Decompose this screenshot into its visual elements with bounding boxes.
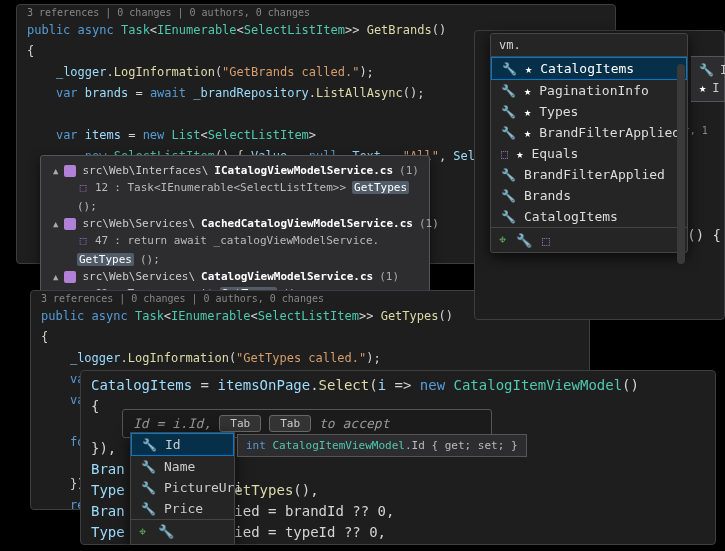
intellisense-item[interactable]: ⬚★Equals — [491, 143, 687, 164]
code-line[interactable]: _logger.LogInformation("GetTypes called.… — [31, 348, 589, 369]
reference-file[interactable]: ▲src\Web\Interfaces\ICatalogViewModelSer… — [41, 162, 429, 179]
tab-key-icon: Tab — [219, 415, 261, 432]
intellisense-item[interactable]: 🔧Name — [131, 456, 234, 477]
intellisense-item[interactable]: 🔧Brands — [491, 185, 687, 206]
intellisense-item[interactable]: 🔧CatalogItems — [491, 206, 687, 227]
intellisense-item[interactable]: 🔧★BrandFilterApplied — [491, 122, 687, 143]
star-icon: ★ — [524, 84, 531, 98]
method-icon: ⬚ — [77, 235, 89, 247]
code-line[interactable]: { — [31, 327, 589, 348]
method-icon: ⬚ — [501, 147, 508, 161]
target-filter-icon[interactable]: ⌖ — [499, 232, 506, 248]
reference-file[interactable]: ▲src\Web\Services\CatalogViewModelServic… — [41, 268, 429, 285]
quickinfo-popup: 🔧IEnu ★I — [691, 56, 725, 102]
intellisense-filter[interactable]: vm. — [491, 34, 687, 57]
member-tooltip: int CatalogItemViewModel.Id { get; set; … — [237, 434, 527, 457]
method-icon: ⬚ — [77, 182, 89, 194]
file-icon — [64, 271, 76, 283]
star-icon: ★ — [516, 147, 523, 161]
intellisense-filter-bar: ⌖ 🔧 — [131, 519, 234, 544]
quickinfo-item[interactable]: ★I — [699, 79, 716, 97]
file-icon — [64, 218, 76, 230]
property-icon: 🔧 — [501, 84, 516, 98]
intellisense-item[interactable]: 🔧Id — [131, 433, 234, 456]
property-icon: 🔧 — [141, 502, 156, 516]
property-filter-icon[interactable]: 🔧 — [158, 524, 174, 540]
property-icon: 🔧 — [141, 460, 156, 474]
expand-icon[interactable]: ▲ — [53, 166, 58, 176]
property-icon: 🔧 — [699, 63, 714, 77]
property-icon: 🔧 — [501, 189, 516, 203]
property-icon: 🔧 — [502, 62, 517, 76]
quickinfo-item[interactable]: 🔧IEnu — [699, 61, 716, 79]
codelens[interactable]: 3 references | 0 changes | 0 authors, 0 … — [17, 5, 615, 20]
intellisense-popup-2: 🔧Id 🔧Name 🔧PictureUri 🔧Price ⌖ 🔧 — [130, 432, 235, 545]
property-icon: 🔧 — [501, 210, 516, 224]
property-icon: 🔧 — [141, 481, 156, 495]
expand-icon[interactable]: ▲ — [53, 219, 58, 229]
tab-key-icon: Tab — [269, 415, 311, 432]
method-filter-icon[interactable]: ⬚ — [542, 233, 550, 248]
star-icon: ★ — [524, 126, 531, 140]
intellisense-item[interactable]: 🔧BrandFilterApplied — [491, 164, 687, 185]
intellisense-item[interactable]: 🔧Price — [131, 498, 234, 519]
property-icon: 🔧 — [142, 438, 157, 452]
expand-icon[interactable]: ▲ — [53, 272, 58, 282]
hint-text: to accept — [319, 416, 389, 431]
code-line[interactable]: CatalogItems = itemsOnPage.Select(i => n… — [81, 371, 715, 396]
scrollbar[interactable] — [677, 64, 685, 264]
reference-line[interactable]: ⬚12: Task<IEnumerable<SelectListItem>> G… — [41, 179, 429, 215]
intellisense-item[interactable]: 🔧★CatalogItems — [491, 57, 687, 80]
reference-file[interactable]: ▲src\Web\Services\CachedCatalogViewModel… — [41, 215, 429, 232]
star-icon: ★ — [525, 62, 532, 76]
intellisense-item[interactable]: 🔧★PaginationInfo — [491, 80, 687, 101]
intellisense-item[interactable]: 🔧PictureUri — [131, 477, 234, 498]
property-filter-icon[interactable]: 🔧 — [516, 233, 532, 248]
property-icon: 🔧 — [501, 126, 516, 140]
reference-line[interactable]: ⬚47: return await _catalogViewModelServi… — [41, 232, 429, 268]
file-icon — [64, 165, 76, 177]
star-icon: ★ — [699, 81, 706, 95]
intellisense-filter-bar: ⌖ 🔧 ⬚ — [491, 227, 687, 252]
hint-text: Id = i.Id, — [133, 416, 211, 431]
target-filter-icon[interactable]: ⌖ — [139, 524, 146, 540]
intellisense-item[interactable]: 🔧★Types — [491, 101, 687, 122]
property-icon: 🔧 — [501, 168, 516, 182]
intellisense-popup: vm. 🔧★CatalogItems 🔧★PaginationInfo 🔧★Ty… — [490, 33, 688, 253]
property-icon: 🔧 — [501, 105, 516, 119]
star-icon: ★ — [524, 105, 531, 119]
